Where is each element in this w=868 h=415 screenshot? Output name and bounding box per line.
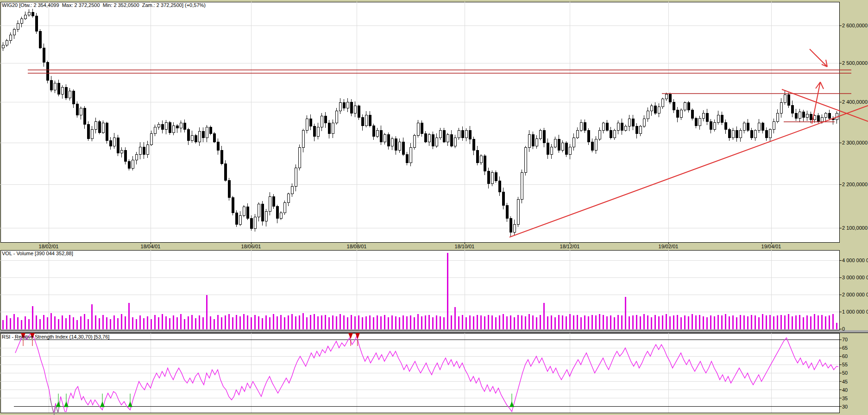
volume-bar [514, 317, 515, 329]
volume-bar [106, 317, 107, 329]
candle-body [495, 173, 497, 181]
volume-bar [554, 317, 556, 329]
candle-body [799, 112, 801, 118]
candle-body [213, 134, 215, 142]
axis-tick-label: 35 [842, 396, 848, 401]
candle-body [810, 114, 812, 119]
candle-body [243, 207, 245, 216]
candle-body [280, 213, 282, 218]
candle-body [502, 192, 504, 205]
volume-bar [110, 319, 111, 329]
volume-bar [643, 314, 645, 329]
volume-bar [717, 315, 719, 329]
volume-bar [6, 315, 7, 329]
axis-tick-label: 2 600,0000 [842, 23, 868, 28]
volume-bar [32, 306, 33, 329]
volume-bar [584, 315, 585, 329]
volume-bar [788, 314, 789, 329]
candle-body [187, 130, 189, 141]
candle-body [2, 45, 4, 48]
volume-bar [232, 317, 233, 329]
candle-body [821, 117, 823, 121]
candle-body [432, 134, 434, 146]
volume-bar [295, 316, 296, 329]
volume-bar [258, 316, 259, 329]
volume-bar [729, 316, 730, 329]
candle-body [143, 147, 145, 154]
candle-body [524, 148, 527, 173]
volume-bar [443, 317, 445, 329]
volume-bar [825, 316, 826, 329]
volume-bar [799, 315, 800, 329]
axis-tick-label: 65 [842, 345, 848, 351]
candle-body [120, 150, 123, 153]
volume-bar [362, 317, 363, 329]
volume-bar [199, 315, 200, 329]
date-tick-label: 18/10/01 [455, 244, 475, 249]
volume-bar [606, 316, 608, 329]
candle-body [328, 123, 330, 134]
candle-body [443, 131, 445, 142]
candle-body [828, 113, 830, 119]
volume-bar [69, 315, 70, 329]
volume-bar [743, 315, 745, 329]
candle-body [172, 126, 175, 132]
volume-bar [58, 319, 59, 329]
candle-body [69, 91, 71, 98]
volume-bar [221, 317, 222, 329]
candle-body [691, 110, 693, 119]
chart-canvas[interactable]: 2 600,00002 500,00002 400,00002 300,0000… [0, 0, 868, 415]
candle-body [54, 83, 56, 90]
candle-body [176, 126, 178, 128]
candle-body [321, 116, 323, 127]
candle-body [209, 127, 212, 134]
panel-splitter[interactable] [0, 330, 868, 333]
volume-bar [117, 318, 119, 329]
volume-bar [191, 315, 193, 329]
axis-tick-label: 60 [842, 353, 848, 359]
volume-bar [477, 315, 478, 329]
candle-body [232, 197, 234, 213]
candle-body [454, 138, 456, 146]
candle-body [139, 147, 141, 154]
candle-body [487, 171, 490, 183]
volume-plot-area[interactable] [0, 250, 839, 330]
candle-body [761, 123, 764, 131]
volume-bar [521, 315, 522, 329]
volume-bar [273, 314, 274, 329]
volume-bar [280, 315, 282, 329]
axis-tick-label: 70 [842, 337, 848, 342]
volume-bar [814, 314, 815, 329]
volume-bar [428, 315, 430, 329]
candle-body [606, 123, 608, 131]
candle-body [617, 123, 619, 131]
volume-bar [488, 315, 489, 329]
candle-body [272, 196, 275, 206]
candle-body [98, 121, 101, 132]
volume-bar [795, 315, 797, 329]
candle-body [576, 131, 579, 138]
candle-body [773, 121, 775, 130]
candle-body [391, 138, 393, 146]
candle-body [220, 150, 223, 163]
volume-bar [265, 315, 267, 329]
candle-body [513, 224, 516, 232]
candle-body [239, 216, 241, 225]
candle-body [584, 122, 586, 131]
candle-body [198, 131, 201, 142]
price-plot-area[interactable] [0, 2, 839, 242]
volume-bar [747, 316, 748, 329]
candle-body [376, 131, 378, 137]
volume-bar [47, 317, 48, 329]
candle-body [402, 142, 404, 154]
volume-bar [54, 316, 56, 329]
candle-body [824, 113, 827, 118]
candle-body [50, 81, 52, 90]
volume-bar [673, 315, 674, 329]
volume-bar [147, 316, 148, 329]
volume-bar [425, 315, 426, 329]
candle-body [339, 103, 341, 111]
volume-bar [247, 315, 248, 329]
volume-bar [810, 316, 811, 329]
volume-bar [610, 315, 611, 329]
